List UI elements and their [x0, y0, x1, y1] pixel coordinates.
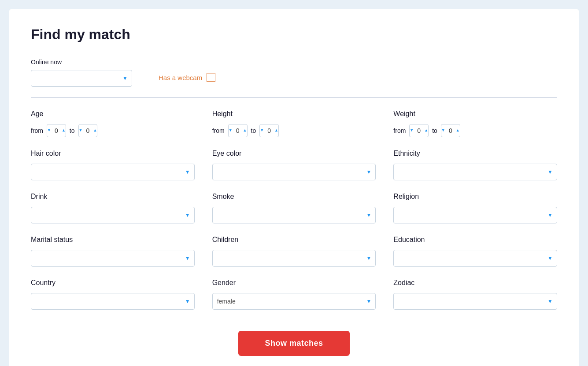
top-row: Online now Yes No ▼ Has a webcam: [31, 59, 557, 87]
age-to-label: to: [70, 127, 75, 134]
education-group: Education ▼: [393, 236, 557, 267]
smoke-select[interactable]: [212, 207, 376, 223]
marital-status-label: Marital status: [31, 236, 195, 244]
age-from-value: 0: [51, 124, 62, 137]
marital-status-group: Marital status ▼: [31, 236, 195, 267]
webcam-checkbox[interactable]: [207, 73, 215, 82]
online-now-label: Online now: [31, 59, 132, 66]
drink-select-wrapper: ▼: [31, 207, 195, 223]
weight-to-label: to: [432, 127, 437, 134]
marital-status-select-wrapper: ▼: [31, 250, 195, 267]
age-to-up-icon[interactable]: ▲: [93, 128, 97, 133]
weight-range-row: from ▼ 0 ▲ to ▼ 0 ▲: [393, 124, 557, 137]
ethnicity-select-wrapper: ▼: [393, 164, 557, 180]
drink-select[interactable]: [31, 207, 195, 223]
education-label: Education: [393, 236, 557, 244]
page-title: Find my match: [31, 26, 557, 43]
smoke-label: Smoke: [212, 193, 376, 201]
weight-from-spinner: ▼ 0 ▲: [409, 124, 429, 137]
eye-color-select-wrapper: ▼: [212, 164, 376, 180]
online-now-group: Online now Yes No ▼: [31, 59, 132, 87]
online-now-select[interactable]: Yes No: [31, 70, 132, 87]
children-select[interactable]: [212, 250, 376, 267]
country-select-wrapper: ▼: [31, 293, 195, 310]
gender-select-wrapper: female male ▼: [212, 293, 376, 310]
age-group: Age from ▼ 0 ▲ to ▼ 0 ▲: [31, 110, 195, 137]
religion-label: Religion: [393, 193, 557, 201]
age-to-spinner: ▼ 0 ▲: [78, 124, 98, 137]
main-card: Find my match Online now Yes No ▼ Has a …: [9, 9, 579, 366]
religion-select[interactable]: [393, 207, 557, 223]
gender-label: Gender: [212, 279, 376, 287]
weight-to-down-icon[interactable]: ▼: [441, 128, 445, 133]
education-select-wrapper: ▼: [393, 250, 557, 267]
height-to-label: to: [251, 127, 256, 134]
hair-color-label: Hair color: [31, 150, 195, 157]
divider: [31, 97, 557, 98]
online-now-select-wrapper: Yes No ▼: [31, 70, 132, 87]
smoke-select-wrapper: ▼: [212, 207, 376, 223]
height-to-value: 0: [264, 124, 274, 137]
height-from-spinner: ▼ 0 ▲: [228, 124, 248, 137]
weight-to-value: 0: [445, 124, 456, 137]
religion-select-wrapper: ▼: [393, 207, 557, 223]
zodiac-label: Zodiac: [393, 279, 557, 287]
height-from-up-icon[interactable]: ▲: [243, 128, 247, 133]
height-from-down-icon[interactable]: ▼: [229, 128, 233, 133]
ethnicity-label: Ethnicity: [393, 150, 557, 157]
eye-color-select[interactable]: [212, 164, 376, 180]
range-grid: Age from ▼ 0 ▲ to ▼ 0 ▲ Height from: [31, 110, 557, 322]
show-matches-button[interactable]: Show matches: [238, 331, 349, 356]
height-group: Height from ▼ 0 ▲ to ▼ 0 ▲: [212, 110, 376, 137]
height-to-up-icon[interactable]: ▲: [274, 128, 278, 133]
webcam-group: Has a webcam: [159, 73, 215, 82]
country-group: Country ▼: [31, 279, 195, 310]
hair-color-group: Hair color ▼: [31, 150, 195, 180]
height-from-label: from: [212, 127, 225, 134]
children-label: Children: [212, 236, 376, 244]
weight-label: Weight: [393, 110, 557, 118]
age-from-label: from: [31, 127, 43, 134]
weight-to-up-icon[interactable]: ▲: [456, 128, 460, 133]
age-to-down-icon[interactable]: ▼: [79, 128, 83, 133]
age-to-value: 0: [82, 124, 93, 137]
religion-group: Religion ▼: [393, 193, 557, 223]
children-group: Children ▼: [212, 236, 376, 267]
eye-color-group: Eye color ▼: [212, 150, 376, 180]
hair-color-select[interactable]: [31, 164, 195, 180]
webcam-label: Has a webcam: [159, 74, 202, 81]
zodiac-group: Zodiac ▼: [393, 279, 557, 310]
hair-color-select-wrapper: ▼: [31, 164, 195, 180]
height-to-spinner: ▼ 0 ▲: [259, 124, 279, 137]
smoke-group: Smoke ▼: [212, 193, 376, 223]
age-range-row: from ▼ 0 ▲ to ▼ 0 ▲: [31, 124, 195, 137]
height-to-down-icon[interactable]: ▼: [260, 128, 264, 133]
gender-select[interactable]: female male: [212, 293, 376, 310]
age-from-spinner: ▼ 0 ▲: [47, 124, 66, 137]
weight-from-value: 0: [414, 124, 424, 137]
weight-to-spinner: ▼ 0 ▲: [441, 124, 460, 137]
drink-group: Drink ▼: [31, 193, 195, 223]
education-select[interactable]: [393, 250, 557, 267]
weight-from-up-icon[interactable]: ▲: [424, 128, 428, 133]
country-select[interactable]: [31, 293, 195, 310]
age-from-up-icon[interactable]: ▲: [62, 128, 66, 133]
ethnicity-select[interactable]: [393, 164, 557, 180]
ethnicity-group: Ethnicity ▼: [393, 150, 557, 180]
weight-from-label: from: [393, 127, 406, 134]
zodiac-select[interactable]: [393, 293, 557, 310]
children-select-wrapper: ▼: [212, 250, 376, 267]
age-from-down-icon[interactable]: ▼: [47, 128, 51, 133]
eye-color-label: Eye color: [212, 150, 376, 157]
zodiac-select-wrapper: ▼: [393, 293, 557, 310]
height-from-value: 0: [233, 124, 243, 137]
marital-status-select[interactable]: [31, 250, 195, 267]
weight-from-down-icon[interactable]: ▼: [410, 128, 414, 133]
drink-label: Drink: [31, 193, 195, 201]
age-label: Age: [31, 110, 195, 118]
height-range-row: from ▼ 0 ▲ to ▼ 0 ▲: [212, 124, 376, 137]
weight-group: Weight from ▼ 0 ▲ to ▼ 0 ▲: [393, 110, 557, 137]
country-label: Country: [31, 279, 195, 287]
gender-group: Gender female male ▼: [212, 279, 376, 310]
height-label: Height: [212, 110, 376, 118]
